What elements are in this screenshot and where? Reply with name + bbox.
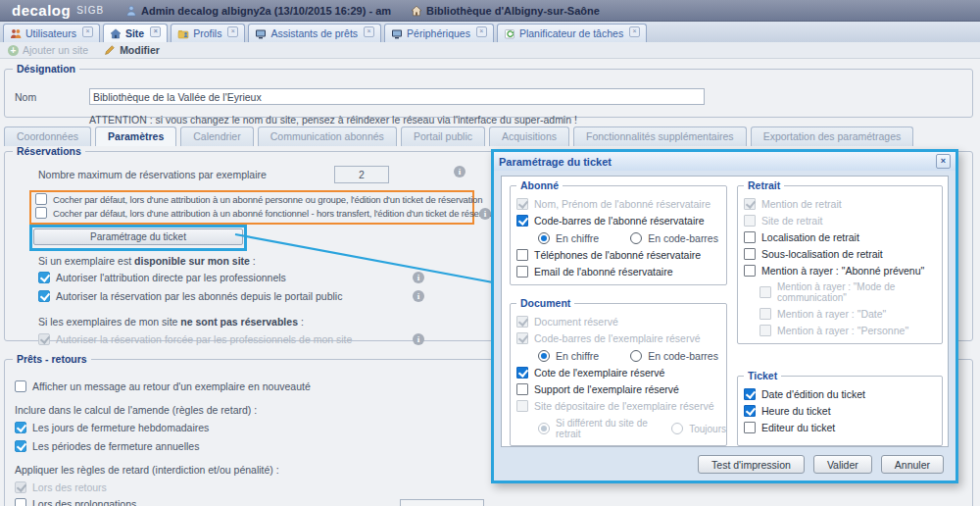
tab-fonctionnalites-supplementaires[interactable]: Fonctionnalités supplémentaires xyxy=(573,126,747,146)
editeur-ticket-checkbox[interactable] xyxy=(744,422,756,433)
info-icon[interactable]: i xyxy=(413,272,424,283)
en-chiffre-radio[interactable] xyxy=(538,232,550,244)
document-site-depositaire-row: Site dépositaire de l'exemplaire réservé xyxy=(516,400,726,412)
document-cote-checkbox[interactable] xyxy=(516,367,528,379)
app-tab-profils[interactable]: Profils × xyxy=(171,24,245,42)
return-message-label: Afficher un message au retour d'un exemp… xyxy=(32,380,311,392)
site-toolbar: + Ajouter un site Modifier xyxy=(0,42,980,59)
date-edition-checkbox[interactable] xyxy=(744,388,756,400)
tab-close-icon[interactable]: × xyxy=(629,26,640,37)
app-tab-planificateur[interactable]: Planificateur de tâches × xyxy=(497,24,647,42)
document-codebarres-format: En chiffre En code-barres xyxy=(538,350,726,362)
partial-input[interactable] xyxy=(400,499,484,506)
info-icon[interactable]: i xyxy=(479,208,491,220)
tab-coordonnees[interactable]: Coordonnées xyxy=(4,126,91,146)
tab-calendrier[interactable]: Calendrier xyxy=(180,126,253,146)
on-extensions-checkbox[interactable] xyxy=(15,498,26,506)
en-code-barres-radio[interactable] xyxy=(630,350,642,362)
portal-reservation-row: Autoriser la réservation par les abonnés… xyxy=(38,290,342,302)
forced-reservation-row: Autoriser la réservation forcée par les … xyxy=(38,333,352,345)
default-ticket-functional-label: Cocher par défaut, lors d'une attributio… xyxy=(53,208,506,219)
tab-exportation-parametrages[interactable]: Exportation des paramétrages xyxy=(751,126,914,146)
tab-close-icon[interactable]: × xyxy=(476,26,487,37)
close-icon[interactable]: × xyxy=(936,154,951,169)
abonne-email-checkbox[interactable] xyxy=(516,266,528,278)
abonne-email-row: Email de l'abonné réservataire xyxy=(516,266,726,278)
site-name-input[interactable] xyxy=(89,88,705,105)
test-print-button[interactable]: Test d'impression xyxy=(698,455,805,474)
annual-closure-checkbox[interactable] xyxy=(15,440,26,452)
mention-retrait-row: Mention de retrait xyxy=(744,198,942,210)
highlight-orange-box: Cocher par défaut, lors d'une attributio… xyxy=(29,190,474,225)
site-retrait-checkbox xyxy=(744,215,756,227)
name-label: Nom xyxy=(15,91,89,103)
ticket-fieldset: Ticket Date d'édition du ticket Heure du… xyxy=(737,370,943,446)
monitor-icon xyxy=(391,28,403,39)
tab-communication-abonnes[interactable]: Communication abonnés xyxy=(258,126,397,146)
annual-closure-label: Les périodes de fermeture annuelles xyxy=(32,440,199,452)
info-icon[interactable]: i xyxy=(454,166,466,177)
tab-close-icon[interactable]: × xyxy=(82,26,93,37)
section-tab-bar: Coordonnées Paramètres Calendrier Commun… xyxy=(4,126,913,146)
task-scheduler-icon xyxy=(504,28,515,39)
direct-attribution-checkbox[interactable] xyxy=(38,272,50,283)
weekly-closure-label: Les jours de fermeture hebdomadaires xyxy=(32,422,209,433)
document-support-checkbox[interactable] xyxy=(516,383,528,395)
tab-acquisitions[interactable]: Acquisitions xyxy=(489,126,569,146)
app-tab-label: Profils xyxy=(193,27,221,39)
abonne-telephones-checkbox[interactable] xyxy=(516,249,528,261)
heure-ticket-checkbox[interactable] xyxy=(744,405,756,417)
cancel-button[interactable]: Annuler xyxy=(881,455,944,474)
retrait-fieldset: Retrait Mention de retrait Site de retra… xyxy=(737,179,943,344)
portal-reservation-checkbox[interactable] xyxy=(38,290,50,302)
document-reserve-checkbox xyxy=(516,316,528,328)
tab-close-icon[interactable]: × xyxy=(150,26,161,37)
app-tab-site[interactable]: Site × xyxy=(103,24,168,42)
app-tab-peripheriques[interactable]: Périphériques × xyxy=(384,24,494,42)
app-tab-assistants-de-prets[interactable]: Assistants de prêts × xyxy=(248,24,381,42)
app-tab-label: Planificateur de tâches xyxy=(519,27,623,39)
reservations-legend: Réservations xyxy=(13,145,85,157)
date-edition-row: Date d'édition du ticket xyxy=(744,388,942,400)
application-window: decalog SIGB Admin decalog albigny2a (13… xyxy=(0,0,980,506)
forced-reservation-checkbox xyxy=(38,333,50,345)
prets-retours-legend: Prêts - retours xyxy=(13,353,91,365)
home-icon xyxy=(411,5,422,17)
tab-close-icon[interactable]: × xyxy=(364,26,374,37)
ticket-settings-dialog: Paramétrage du ticket × Abonné Nom, Prén… xyxy=(491,149,958,483)
info-icon[interactable]: i xyxy=(413,333,424,345)
abonne-codebarres-format: En chiffre En code-barres xyxy=(538,232,726,244)
ticket-settings-button[interactable]: Paramétrage du ticket xyxy=(33,228,243,245)
home-icon xyxy=(110,28,122,39)
mention-retrait-checkbox xyxy=(744,198,756,210)
tab-close-icon[interactable]: × xyxy=(227,26,238,37)
max-reservations-input[interactable] xyxy=(334,166,389,183)
abonne-nom-row: Nom, Prénom de l'abonné réservataire xyxy=(516,198,726,210)
site-depositaire-options: Si différent du site de retrait Toujours xyxy=(538,418,726,439)
add-site-button: + Ajouter un site xyxy=(8,44,88,56)
mention-abonne-prevenu-checkbox[interactable] xyxy=(744,265,756,277)
tab-portail-public[interactable]: Portail public xyxy=(401,126,485,146)
weekly-closure-checkbox[interactable] xyxy=(15,422,26,433)
en-code-barres-radio[interactable] xyxy=(630,232,642,244)
info-icon[interactable]: i xyxy=(413,290,424,302)
default-ticket-person-checkbox[interactable] xyxy=(35,193,47,205)
document-support-row: Support de l'exemplaire réservé xyxy=(516,383,726,395)
dialog-title-bar[interactable]: Paramétrage du ticket × xyxy=(494,152,956,171)
sous-localisation-checkbox[interactable] xyxy=(744,248,756,260)
toujours-radio xyxy=(671,423,683,434)
heure-ticket-row: Heure du ticket xyxy=(744,405,942,417)
en-chiffre-radio[interactable] xyxy=(538,350,550,362)
monitor-icon xyxy=(255,28,267,39)
default-ticket-functional-checkbox[interactable] xyxy=(35,207,47,219)
designation-fieldset: Désignation Nom ATTENTION : si vous chan… xyxy=(4,63,973,118)
edit-button[interactable]: Modifier xyxy=(104,44,160,56)
tab-parametres[interactable]: Paramètres xyxy=(95,126,176,146)
retrait-legend: Retrait xyxy=(744,179,784,191)
return-message-checkbox[interactable] xyxy=(15,380,26,392)
localisation-retrait-checkbox[interactable] xyxy=(744,231,756,243)
dialog-footer: Test d'impression Valider Annuler xyxy=(698,455,944,474)
app-tab-utilisateurs[interactable]: Utilisateurs × xyxy=(3,24,100,42)
abonne-codebarres-checkbox[interactable] xyxy=(516,215,528,227)
validate-button[interactable]: Valider xyxy=(813,455,872,474)
